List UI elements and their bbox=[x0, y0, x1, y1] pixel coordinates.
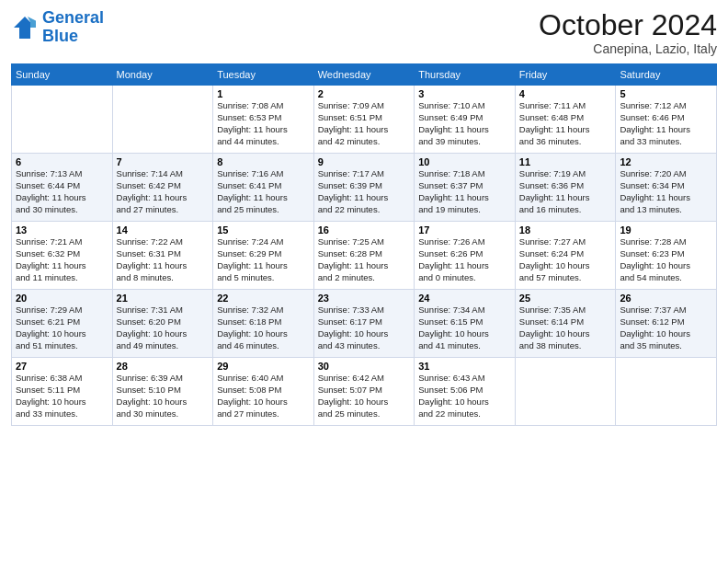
cell-info-line: Daylight: 11 hours bbox=[418, 260, 511, 272]
calendar-cell: 6Sunrise: 7:13 AMSunset: 6:44 PMDaylight… bbox=[12, 154, 113, 222]
cell-info-line: Sunset: 6:21 PM bbox=[16, 316, 108, 328]
day-number: 29 bbox=[217, 361, 310, 372]
calendar-cell: 22Sunrise: 7:32 AMSunset: 6:18 PMDayligh… bbox=[213, 290, 314, 358]
cell-info-line: Daylight: 11 hours bbox=[117, 192, 210, 204]
cell-info-line: Daylight: 10 hours bbox=[217, 396, 310, 408]
day-number: 10 bbox=[418, 156, 511, 167]
cell-info-line: Daylight: 11 hours bbox=[318, 124, 411, 136]
calendar-cell: 25Sunrise: 7:35 AMSunset: 6:14 PMDayligh… bbox=[515, 290, 616, 358]
calendar-cell: 23Sunrise: 7:33 AMSunset: 6:17 PMDayligh… bbox=[313, 290, 415, 358]
day-number: 16 bbox=[318, 224, 411, 236]
calendar-cell: 8Sunrise: 7:16 AMSunset: 6:41 PMDaylight… bbox=[213, 154, 314, 222]
day-number: 20 bbox=[16, 293, 108, 304]
cell-info-line: Sunset: 6:42 PM bbox=[117, 180, 210, 192]
cell-info-line: and 54 minutes. bbox=[620, 272, 712, 284]
cell-info-line: Sunset: 6:26 PM bbox=[418, 248, 511, 260]
cell-info-line: and 25 minutes. bbox=[217, 204, 310, 216]
calendar-cell bbox=[112, 86, 213, 154]
cell-info-line: Sunset: 5:10 PM bbox=[117, 385, 210, 396]
cell-info-line: Sunrise: 7:22 AM bbox=[117, 236, 210, 248]
calendar-cell: 4Sunrise: 7:11 AMSunset: 6:48 PMDaylight… bbox=[515, 86, 616, 154]
logo-icon bbox=[11, 14, 39, 41]
cell-info-line: Sunrise: 7:25 AM bbox=[318, 236, 411, 248]
cell-info-line: Sunset: 6:37 PM bbox=[418, 180, 511, 192]
cell-info-line: Sunrise: 7:14 AM bbox=[117, 168, 210, 180]
cell-info-line: Daylight: 10 hours bbox=[117, 328, 210, 340]
cell-info-line: and 11 minutes. bbox=[16, 272, 108, 284]
day-number: 2 bbox=[318, 88, 411, 99]
cell-info-line: Daylight: 10 hours bbox=[519, 260, 612, 272]
day-number: 7 bbox=[117, 156, 210, 167]
logo: General Blue bbox=[11, 9, 104, 46]
page-container: General Blue October 2024 Canepina, Lazi… bbox=[0, 0, 728, 433]
cell-info-line: Sunrise: 7:29 AM bbox=[16, 304, 108, 316]
cell-info-line: Daylight: 10 hours bbox=[620, 328, 712, 340]
cell-info-line: Daylight: 10 hours bbox=[418, 328, 511, 340]
day-number: 6 bbox=[16, 156, 108, 167]
calendar-cell: 29Sunrise: 6:40 AMSunset: 5:08 PMDayligh… bbox=[213, 358, 314, 426]
day-header-friday: Friday bbox=[515, 64, 616, 86]
cell-info-line: and 0 minutes. bbox=[418, 272, 511, 284]
cell-info-line: and 16 minutes. bbox=[519, 204, 612, 216]
calendar-cell: 21Sunrise: 7:31 AMSunset: 6:20 PMDayligh… bbox=[112, 290, 213, 358]
calendar-cell: 14Sunrise: 7:22 AMSunset: 6:31 PMDayligh… bbox=[112, 222, 213, 290]
cell-info-line: Sunrise: 7:26 AM bbox=[418, 236, 511, 248]
cell-info-line: Sunrise: 7:27 AM bbox=[519, 236, 612, 248]
day-number: 19 bbox=[620, 224, 712, 236]
cell-info-line: Sunrise: 7:20 AM bbox=[620, 168, 712, 180]
cell-info-line: Daylight: 10 hours bbox=[318, 328, 411, 340]
day-number: 3 bbox=[418, 88, 511, 99]
cell-info-line: Sunset: 6:51 PM bbox=[318, 112, 411, 124]
days-header-row: SundayMondayTuesdayWednesdayThursdayFrid… bbox=[12, 64, 717, 86]
cell-info-line: Sunset: 5:11 PM bbox=[16, 385, 108, 396]
day-number: 30 bbox=[318, 361, 411, 372]
day-number: 28 bbox=[117, 361, 210, 372]
cell-info-line: Sunrise: 7:19 AM bbox=[519, 168, 612, 180]
cell-info-line: Sunset: 6:17 PM bbox=[318, 316, 411, 328]
cell-info-line: Daylight: 11 hours bbox=[418, 192, 511, 204]
cell-info-line: and 39 minutes. bbox=[418, 136, 511, 148]
cell-info-line: Sunrise: 6:38 AM bbox=[16, 373, 108, 385]
cell-info-line: and 27 minutes. bbox=[117, 204, 210, 216]
calendar-cell: 24Sunrise: 7:34 AMSunset: 6:15 PMDayligh… bbox=[415, 290, 516, 358]
calendar-cell: 19Sunrise: 7:28 AMSunset: 6:23 PMDayligh… bbox=[616, 222, 717, 290]
day-header-sunday: Sunday bbox=[12, 64, 113, 86]
cell-info-line: Daylight: 11 hours bbox=[16, 192, 108, 204]
cell-info-line: Sunset: 6:15 PM bbox=[418, 316, 511, 328]
day-number: 26 bbox=[620, 293, 712, 304]
calendar-cell: 20Sunrise: 7:29 AMSunset: 6:21 PMDayligh… bbox=[12, 290, 113, 358]
calendar-cell: 11Sunrise: 7:19 AMSunset: 6:36 PMDayligh… bbox=[515, 154, 616, 222]
day-number: 18 bbox=[519, 224, 612, 236]
cell-info-line: Daylight: 11 hours bbox=[620, 192, 712, 204]
calendar-cell: 2Sunrise: 7:09 AMSunset: 6:51 PMDaylight… bbox=[313, 86, 415, 154]
cell-info-line: Sunrise: 7:34 AM bbox=[418, 304, 511, 316]
cell-info-line: and 36 minutes. bbox=[519, 136, 612, 148]
cell-info-line: Sunset: 6:28 PM bbox=[318, 248, 411, 260]
cell-info-line: Sunrise: 6:42 AM bbox=[318, 373, 411, 385]
calendar-cell: 12Sunrise: 7:20 AMSunset: 6:34 PMDayligh… bbox=[616, 154, 717, 222]
calendar-cell: 1Sunrise: 7:08 AMSunset: 6:53 PMDaylight… bbox=[213, 86, 314, 154]
cell-info-line: Sunset: 6:18 PM bbox=[217, 316, 310, 328]
calendar-week-3: 13Sunrise: 7:21 AMSunset: 6:32 PMDayligh… bbox=[12, 222, 717, 290]
cell-info-line: and 43 minutes. bbox=[318, 340, 411, 352]
calendar-cell: 17Sunrise: 7:26 AMSunset: 6:26 PMDayligh… bbox=[415, 222, 516, 290]
cell-info-line: Daylight: 10 hours bbox=[620, 260, 712, 272]
calendar-cell: 31Sunrise: 6:43 AMSunset: 5:06 PMDayligh… bbox=[415, 358, 516, 426]
day-number: 21 bbox=[117, 293, 210, 304]
cell-info-line: Daylight: 11 hours bbox=[519, 124, 612, 136]
calendar-cell bbox=[616, 358, 717, 426]
cell-info-line: Sunrise: 7:35 AM bbox=[519, 304, 612, 316]
cell-info-line: and 57 minutes. bbox=[519, 272, 612, 284]
cell-info-line: Sunrise: 7:10 AM bbox=[418, 100, 511, 112]
cell-info-line: and 22 minutes. bbox=[318, 204, 411, 216]
location-title: Canepina, Lazio, Italy bbox=[539, 41, 717, 56]
day-header-saturday: Saturday bbox=[616, 64, 717, 86]
day-number: 22 bbox=[217, 293, 310, 304]
cell-info-line: Sunset: 6:34 PM bbox=[620, 180, 712, 192]
cell-info-line: Daylight: 11 hours bbox=[318, 192, 411, 204]
cell-info-line: Sunset: 6:14 PM bbox=[519, 316, 612, 328]
day-number: 15 bbox=[217, 224, 310, 236]
cell-info-line: Sunrise: 7:18 AM bbox=[418, 168, 511, 180]
cell-info-line: Sunset: 6:31 PM bbox=[117, 248, 210, 260]
cell-info-line: Sunrise: 7:13 AM bbox=[16, 168, 108, 180]
